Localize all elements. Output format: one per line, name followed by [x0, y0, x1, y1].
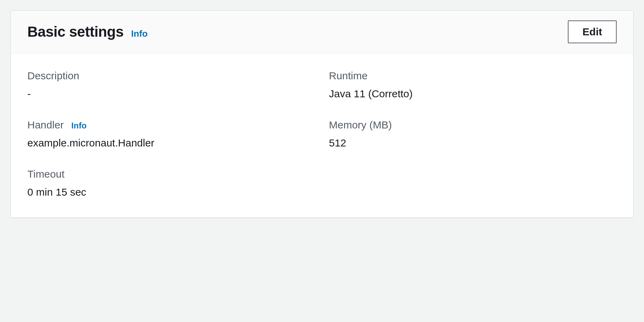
basic-settings-panel: Basic settings Info Edit Description - R…	[10, 10, 634, 218]
runtime-field: Runtime Java 11 (Corretto)	[329, 70, 617, 100]
description-field: Description -	[27, 70, 315, 100]
memory-value: 512	[329, 137, 617, 149]
panel-header-left: Basic settings Info	[27, 24, 147, 40]
panel-title: Basic settings	[27, 24, 124, 40]
memory-field: Memory (MB) 512	[329, 119, 617, 149]
panel-info-link[interactable]: Info	[131, 28, 148, 39]
panel-header: Basic settings Info Edit	[11, 11, 633, 53]
handler-label: Handler	[27, 119, 64, 131]
handler-info-link[interactable]: Info	[71, 121, 87, 131]
handler-field: Handler Info example.micronaut.Handler	[27, 119, 315, 149]
runtime-value: Java 11 (Corretto)	[329, 88, 617, 100]
description-label: Description	[27, 70, 315, 82]
fields-grid: Description - Runtime Java 11 (Corretto)…	[27, 70, 617, 198]
handler-label-row: Handler Info	[27, 119, 315, 131]
timeout-value: 0 min 15 sec	[27, 186, 315, 198]
handler-value: example.micronaut.Handler	[27, 137, 315, 149]
edit-button[interactable]: Edit	[568, 20, 617, 43]
panel-body: Description - Runtime Java 11 (Corretto)…	[11, 53, 633, 217]
description-value: -	[27, 88, 315, 100]
runtime-label: Runtime	[329, 70, 617, 82]
timeout-label: Timeout	[27, 168, 315, 180]
memory-label: Memory (MB)	[329, 119, 617, 131]
timeout-field: Timeout 0 min 15 sec	[27, 168, 315, 198]
